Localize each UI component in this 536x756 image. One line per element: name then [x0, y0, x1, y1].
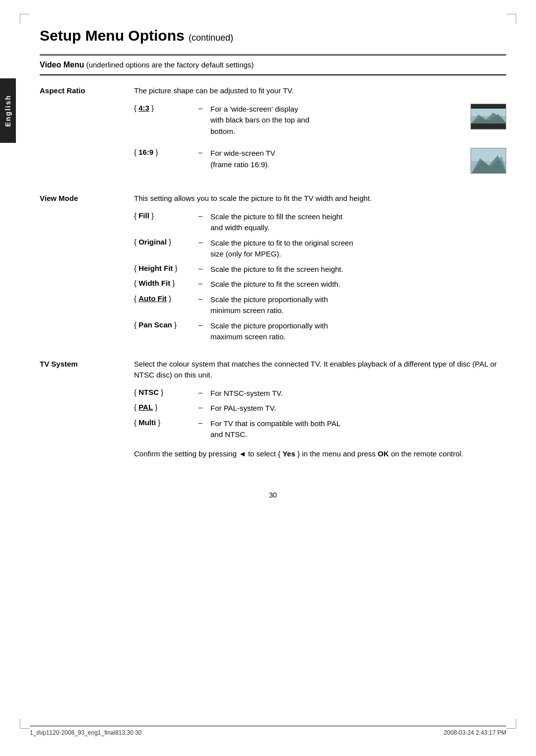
- sub-option-pan-scan-name: { Pan Scan }: [134, 320, 199, 329]
- sub-option-multi-name: { Multi }: [134, 418, 199, 427]
- sub-option-original-dash: –: [199, 238, 210, 246]
- sub-option-ntsc: { NTSC } – For NTSC-system TV.: [134, 388, 506, 399]
- sub-option-pal-desc: For PAL-system TV.: [210, 403, 506, 414]
- sub-option-height-fit: { Height Fit } – Scale the picture to fi…: [134, 264, 506, 275]
- sub-option-original-name: { Original }: [134, 238, 199, 246]
- aspect-ratio-43-row: { 4:3 } – For a 'wide-screen' displaywit…: [134, 104, 506, 141]
- aspect-ratio-label: Aspect Ratio: [40, 85, 134, 181]
- tv-system-desc: Select the colour system that matches th…: [134, 359, 506, 381]
- tv-system-content: Select the colour system that matches th…: [134, 359, 506, 467]
- sub-option-43: { 4:3 } – For a 'wide-screen' displaywit…: [134, 104, 466, 137]
- sub-option-pal-name: { PAL }: [134, 403, 199, 411]
- sub-option-ntsc-desc: For NTSC-system TV.: [210, 388, 506, 399]
- sub-option-multi: { Multi } – For TV that is compatible wi…: [134, 418, 506, 441]
- sub-option-height-fit-name: { Height Fit }: [134, 264, 199, 272]
- content-area: Aspect Ratio The picture shape can be ad…: [40, 75, 506, 488]
- thumb-43-svg: [471, 109, 506, 124]
- sub-option-auto-fit-desc: Scale the picture proportionally withmin…: [210, 294, 506, 316]
- sub-option-pan-scan-dash: –: [199, 320, 210, 329]
- sub-option-fill-name: { Fill }: [134, 211, 199, 220]
- sub-option-multi-dash: –: [199, 418, 210, 427]
- page-footer: 1_dvp1120-2008_93_eng1_final813.30 30 20…: [0, 726, 536, 736]
- sub-option-auto-fit: { Auto Fit } – Scale the picture proport…: [134, 294, 506, 316]
- aspect-ratio-desc: The picture shape can be adjusted to fit…: [134, 85, 506, 97]
- sub-option-auto-fit-dash: –: [199, 294, 210, 303]
- thumb-43: [470, 104, 506, 129]
- sub-option-original-desc: Scale the picture to fit to the original…: [210, 238, 506, 260]
- video-menu-header: Video Menu (underlined options are the f…: [40, 56, 506, 75]
- sub-option-original: { Original } – Scale the picture to fit …: [134, 238, 506, 260]
- main-content: Setup Menu Options (continued) Video Men…: [40, 0, 506, 499]
- aspect-ratio-169-block: { 16:9 } – For wide-screen TV(frame rati…: [134, 148, 466, 174]
- thumb-169-svg: [471, 148, 506, 174]
- sub-option-fill-desc: Scale the picture to fill the screen hei…: [210, 211, 506, 234]
- corner-mark-tl: [20, 14, 30, 24]
- footer-content: 1_dvp1120-2008_93_eng1_final813.30 30 20…: [0, 726, 536, 736]
- aspect-ratio-169-row: { 16:9 } – For wide-screen TV(frame rati…: [134, 148, 506, 174]
- sub-option-pan-scan-desc: Scale the picture proportionally withmax…: [210, 320, 506, 343]
- tv-system-label: TV System: [40, 359, 134, 467]
- sub-option-43-name: { 4:3 }: [134, 104, 199, 112]
- video-menu-subtitle: (underlined options are the factory defa…: [86, 61, 254, 69]
- sub-option-43-dash: –: [199, 104, 210, 112]
- footer-left-text: 1_dvp1120-2008_93_eng1_final813.30 30: [30, 729, 142, 736]
- sub-option-43-desc: For a 'wide-screen' displaywith black ba…: [210, 104, 466, 137]
- aspect-ratio-43-block: { 4:3 } – For a 'wide-screen' displaywit…: [134, 104, 466, 141]
- sub-option-ntsc-name: { NTSC }: [134, 388, 199, 396]
- sub-option-auto-fit-name: { Auto Fit }: [134, 294, 199, 303]
- view-mode-label: View Mode: [40, 193, 134, 347]
- page-title-text: Setup Menu Options: [40, 27, 185, 44]
- page-title-continued: (continued): [189, 33, 233, 43]
- sub-option-fill: { Fill } – Scale the picture to fill the…: [134, 211, 506, 234]
- svg-rect-1: [471, 109, 506, 116]
- option-43-text: 4:3: [138, 104, 149, 112]
- sub-option-multi-desc: For TV that is compatible with both PALa…: [210, 418, 506, 441]
- view-mode-content: This setting allows you to scale the pic…: [134, 193, 506, 347]
- page-number: 30: [40, 491, 506, 499]
- tv-system-note: Confirm the setting by pressing ◄ to sel…: [134, 448, 506, 460]
- sub-option-169-name: { 16:9 }: [134, 148, 199, 156]
- corner-mark-tr: [506, 14, 516, 24]
- sub-option-width-fit-dash: –: [199, 279, 210, 287]
- sub-option-169-desc: For wide-screen TV(frame ratio 16:9).: [210, 148, 466, 170]
- sub-option-169-dash: –: [199, 148, 210, 156]
- aspect-ratio-row: Aspect Ratio The picture shape can be ad…: [40, 85, 506, 181]
- sub-option-width-fit-desc: Scale the picture to fit the screen widt…: [210, 279, 506, 290]
- sub-option-pan-scan: { Pan Scan } – Scale the picture proport…: [134, 320, 506, 343]
- aspect-ratio-content: The picture shape can be adjusted to fit…: [134, 85, 506, 181]
- sub-option-width-fit-name: { Width Fit }: [134, 279, 199, 287]
- page-title: Setup Menu Options (continued): [40, 27, 506, 44]
- side-tab-label: English: [4, 95, 12, 127]
- sub-option-169: { 16:9 } – For wide-screen TV(frame rati…: [134, 148, 466, 170]
- sub-option-height-fit-dash: –: [199, 264, 210, 272]
- page-container: English Setup Menu Options (continued) V…: [0, 0, 536, 756]
- sub-option-width-fit: { Width Fit } – Scale the picture to fit…: [134, 279, 506, 290]
- sub-option-fill-dash: –: [199, 211, 210, 220]
- thumb-169: [470, 148, 506, 174]
- view-mode-row: View Mode This setting allows you to sca…: [40, 193, 506, 347]
- language-side-tab: English: [0, 78, 16, 143]
- option-169-text: 16:9: [138, 148, 153, 156]
- view-mode-desc: This setting allows you to scale the pic…: [134, 193, 506, 204]
- thumb-43-bottom-bar: [471, 124, 506, 129]
- thumb-43-content: [471, 110, 506, 124]
- footer-right-text: 2008-03-24 2:43:17 PM: [444, 729, 506, 736]
- sub-option-ntsc-dash: –: [199, 388, 210, 396]
- sub-option-pal: { PAL } – For PAL-system TV.: [134, 403, 506, 414]
- sub-option-pal-dash: –: [199, 403, 210, 411]
- video-menu-title: Video Menu: [40, 61, 84, 69]
- sub-option-height-fit-desc: Scale the picture to fit the screen heig…: [210, 264, 506, 275]
- tv-system-row: TV System Select the colour system that …: [40, 359, 506, 467]
